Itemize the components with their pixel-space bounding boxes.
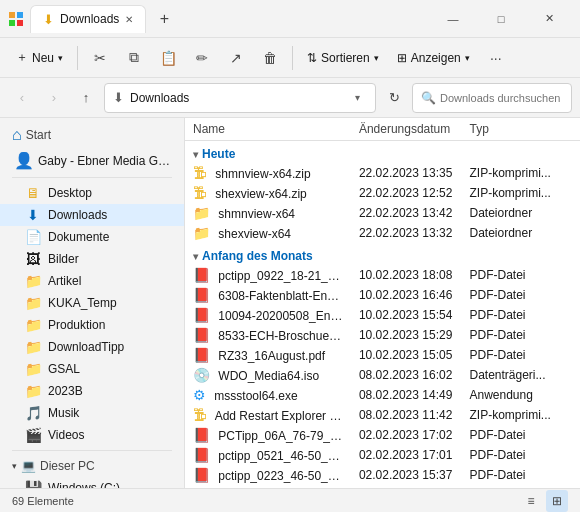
pdf-file-icon: 📕 (193, 267, 210, 283)
cut-button[interactable]: ✂ (84, 42, 116, 74)
list-view-button[interactable]: ≡ (520, 490, 542, 512)
group-header: ▾Heute (185, 141, 580, 164)
table-row[interactable]: 📕 pctipp_0223_46-50_Kuka.pdf 02.02.2023 … (185, 465, 580, 485)
table-row[interactable]: 📕 pctipp_0521_46-50_Kummerkasten.pdf 02.… (185, 445, 580, 465)
view-label: Anzeigen (411, 51, 461, 65)
folder-file-icon: 📁 (193, 225, 210, 241)
file-date: 22.02.2023 13:35 (351, 163, 462, 183)
sidebar-item-2023b[interactable]: 📁 2023B 📌 (0, 380, 184, 402)
sidebar-videos-label: Videos (48, 428, 154, 442)
address-bar[interactable]: ⬇ Downloads ▾ (104, 83, 376, 113)
refresh-button[interactable]: ↻ (380, 84, 408, 112)
sidebar-item-windows-c[interactable]: 💾 Windows (C:) (0, 477, 184, 488)
file-date: 10.02.2023 15:54 (351, 305, 462, 325)
col-header-date[interactable]: Änderungsdatum (351, 118, 462, 141)
minimize-button[interactable]: — (430, 3, 476, 35)
table-row[interactable]: 📁 shmnview-x64 22.02.2023 13:42 Dateiord… (185, 203, 580, 223)
table-row[interactable]: 📕 pctipp_0922_18-21_Stromspartipps.pdf 1… (185, 265, 580, 285)
share-button[interactable]: ↗ (220, 42, 252, 74)
table-row[interactable]: 📕 RZ33_16August.pdf 10.02.2023 15:05 PDF… (185, 345, 580, 365)
sidebar-item-videos[interactable]: 🎬 Videos 📌 (0, 424, 184, 446)
address-dropdown-button[interactable]: ▾ (347, 88, 367, 108)
computer-label: Dieser PC (40, 459, 95, 473)
sidebar-computer-header[interactable]: ▾ 💻 Dieser PC (0, 455, 184, 477)
sort-button[interactable]: ⇅ Sortieren ▾ (299, 47, 387, 69)
sidebar-item-desktop[interactable]: 🖥 Desktop 📌 (0, 182, 184, 204)
pdf-file-icon: 📕 (193, 307, 210, 323)
sidebar-artikel-label: Artikel (48, 274, 154, 288)
file-type: Anwendung (461, 385, 580, 405)
sidebar-item-downloads[interactable]: ⬇ Downloads 📌 (0, 204, 184, 226)
sidebar-item-musik[interactable]: 🎵 Musik 📌 (0, 402, 184, 424)
table-row[interactable]: 📁 shexview-x64 22.02.2023 13:32 Dateiord… (185, 223, 580, 243)
new-icon: ＋ (16, 49, 28, 66)
delete-button[interactable]: 🗑 (254, 42, 286, 74)
search-bar[interactable]: 🔍 (412, 83, 572, 113)
sidebar-gaby-label: Gaby - Ebner Media Group GmbH & Co (38, 154, 172, 168)
table-row[interactable]: 🗜 shexview-x64.zip 22.02.2023 12:52 ZIP-… (185, 183, 580, 203)
sort-chevron-icon: ▾ (374, 53, 379, 63)
sidebar-item-gaby[interactable]: 👤 Gaby - Ebner Media Group GmbH & Co (0, 148, 184, 173)
file-name: pctipp_0223_46-50_Kuka.pdf (218, 469, 351, 483)
file-date: 10.02.2023 15:05 (351, 345, 462, 365)
paste-button[interactable]: 📋 (152, 42, 184, 74)
sidebar-item-artikel[interactable]: 📁 Artikel 📌 (0, 270, 184, 292)
kuka-icon: 📁 (24, 295, 42, 311)
downloadtipp-icon: 📁 (24, 339, 42, 355)
table-row[interactable]: 🗜 shmnview-x64.zip 22.02.2023 13:35 ZIP-… (185, 163, 580, 183)
copy-button[interactable]: ⧉ (118, 42, 150, 74)
sidebar-downloads-label: Downloads (48, 208, 154, 222)
address-path-text: Downloads (130, 91, 189, 105)
active-tab[interactable]: ⬇ Downloads ✕ (30, 5, 146, 33)
close-button[interactable]: ✕ (526, 3, 572, 35)
pdf-file-icon: 📕 (193, 467, 210, 483)
pdf-file-icon: 📕 (193, 427, 210, 443)
grid-view-button[interactable]: ⊞ (546, 490, 568, 512)
tab-close-button[interactable]: ✕ (125, 14, 133, 25)
file-date: 10.02.2023 18:08 (351, 265, 462, 285)
file-date: 02.02.2023 17:01 (351, 445, 462, 465)
col-header-type[interactable]: Typ (461, 118, 580, 141)
bilder-icon: 🖼 (24, 251, 42, 267)
more-button[interactable]: ··· (480, 42, 512, 74)
sidebar-item-gsal[interactable]: 📁 GSAL 📌 (0, 358, 184, 380)
new-button[interactable]: ＋ Neu ▾ (8, 45, 71, 70)
file-name: shexview-x64 (218, 227, 291, 241)
file-type: PDF-Datei (461, 425, 580, 445)
rename-button[interactable]: ✏ (186, 42, 218, 74)
back-button[interactable]: ‹ (8, 84, 36, 112)
file-date: 22.02.2023 13:32 (351, 223, 462, 243)
sidebar-item-downloadtipp[interactable]: 📁 DownloadTipp 📌 (0, 336, 184, 358)
maximize-button[interactable]: □ (478, 3, 524, 35)
file-name: RZ33_16August.pdf (218, 349, 325, 363)
view-button[interactable]: ⊞ Anzeigen ▾ (389, 47, 478, 69)
table-row[interactable]: 💿 WDO_Media64.iso 08.02.2023 16:02 Daten… (185, 365, 580, 385)
table-row[interactable]: ⚙ mssstool64.exe 08.02.2023 14:49 Anwend… (185, 385, 580, 405)
forward-button[interactable]: › (40, 84, 68, 112)
svg-rect-1 (17, 12, 23, 18)
table-row[interactable]: 📕 PCTipp_06A_76-79_Kummerkasten.pdf 02.0… (185, 425, 580, 445)
file-name: shmnview-x64 (218, 207, 295, 221)
sidebar-item-kuka[interactable]: 📁 KUKA_Temp 📌 (0, 292, 184, 314)
sidebar-item-bilder[interactable]: 🖼 Bilder 📌 (0, 248, 184, 270)
table-row[interactable]: 📕 8533-ECH-Broschuere-Haushaltsgeraete-.… (185, 325, 580, 345)
table-row[interactable]: 🗜 Add Restart Explorer Context Menu in W… (185, 405, 580, 425)
file-date: 10.02.2023 16:46 (351, 285, 462, 305)
col-header-name[interactable]: Name (185, 118, 351, 141)
sidebar-item-produktion[interactable]: 📁 Produktion 📌 (0, 314, 184, 336)
table-row[interactable]: 📕 10094-20200508_EnEV-Revision2020_DE.p.… (185, 305, 580, 325)
zip-file-icon: 🗜 (193, 165, 207, 181)
file-name: pctipp_0521_46-50_Kummerkasten.pdf (218, 449, 351, 463)
file-name: 10094-20200508_EnEV-Revision2020_DE.p... (218, 309, 351, 323)
new-tab-button[interactable]: + (150, 5, 178, 33)
search-input[interactable] (440, 92, 560, 104)
sidebar-bilder-label: Bilder (48, 252, 154, 266)
table-row[interactable]: 📕 6308-Faktenblatt-Energieetikette-Wasc.… (185, 285, 580, 305)
sidebar-item-dokumente[interactable]: 📄 Dokumente 📌 (0, 226, 184, 248)
zip-file-icon: 🗜 (193, 185, 207, 201)
up-button[interactable]: ↑ (72, 84, 100, 112)
file-type: PDF-Datei (461, 345, 580, 365)
sidebar-dokumente-label: Dokumente (48, 230, 154, 244)
file-date: 08.02.2023 14:49 (351, 385, 462, 405)
sidebar-start-header[interactable]: ⌂ Start (0, 122, 184, 148)
